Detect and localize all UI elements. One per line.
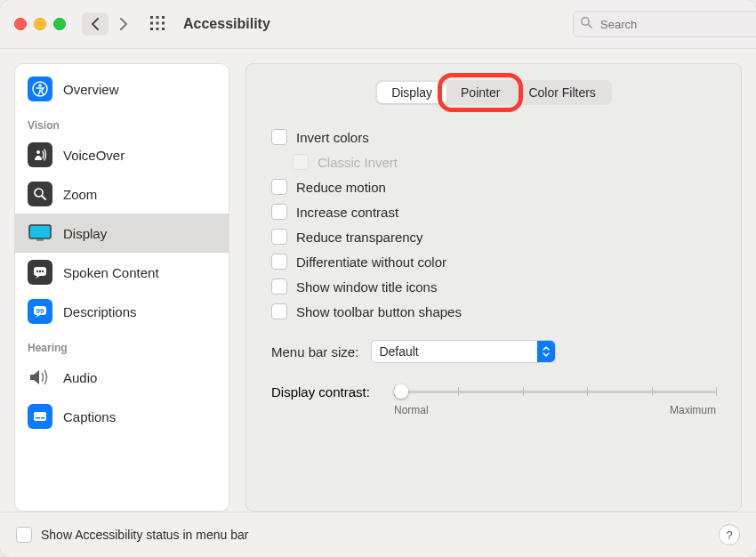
sidebar-item-label: VoiceOver	[63, 148, 125, 163]
segmented-control: Display Pointer Color Filters	[375, 80, 612, 105]
tab-display[interactable]: Display	[377, 82, 446, 103]
settings-panel: Display Pointer Color Filters Invert col…	[245, 63, 742, 512]
checkbox-differentiate-without-color[interactable]: Differentiate without color	[271, 249, 716, 274]
checkbox-classic-invert: Classic Invert	[271, 149, 716, 174]
nav-buttons	[82, 12, 137, 36]
zoom-icon	[28, 182, 52, 206]
checkbox-invert-colors[interactable]: Invert colors	[271, 125, 716, 149]
chevron-left-icon	[91, 18, 100, 30]
display-icon	[28, 221, 52, 246]
overview-icon	[28, 77, 52, 101]
svg-rect-8	[162, 28, 165, 30]
voiceover-icon	[28, 142, 52, 167]
svg-point-21	[42, 270, 44, 272]
svg-rect-6	[150, 28, 153, 30]
back-button[interactable]	[82, 12, 109, 36]
checkbox-reduce-transparency[interactable]: Reduce transparency	[271, 224, 716, 249]
tab-color-filters[interactable]: Color Filters	[514, 82, 609, 103]
contrast-min-label: Normal	[394, 404, 429, 416]
svg-rect-2	[162, 16, 165, 19]
close-window-button[interactable]	[14, 18, 27, 30]
sidebar-item-display[interactable]: Display	[15, 214, 229, 253]
svg-rect-25	[36, 417, 40, 419]
svg-rect-3	[150, 22, 153, 25]
svg-rect-26	[41, 417, 44, 419]
accessibility-preferences-window: Accessibility Overview Vision VoiceOver	[0, 0, 756, 557]
grid-icon	[149, 15, 165, 31]
sidebar-item-spoken-content[interactable]: Spoken Content	[15, 253, 229, 292]
forward-button[interactable]	[110, 12, 137, 36]
footer: Show Accessibility status in menu bar ?	[0, 512, 756, 557]
svg-point-20	[39, 270, 41, 272]
menu-bar-size-label: Menu bar size:	[271, 344, 358, 359]
select-stepper-icon	[537, 341, 555, 362]
svg-text:99: 99	[36, 307, 44, 315]
checkbox-reduce-motion[interactable]: Reduce motion	[271, 174, 716, 199]
search-input[interactable]	[573, 11, 756, 37]
svg-rect-5	[162, 22, 165, 25]
sidebar[interactable]: Overview Vision VoiceOver Zoom Displa	[14, 63, 229, 512]
sidebar-item-voiceover[interactable]: VoiceOver	[15, 135, 229, 174]
show-all-button[interactable]	[149, 15, 167, 33]
svg-rect-1	[157, 16, 159, 19]
sidebar-item-label: Captions	[63, 409, 116, 424]
svg-rect-4	[157, 22, 159, 25]
window-controls	[14, 18, 66, 30]
svg-rect-24	[34, 412, 46, 421]
menu-bar-size-row: Menu bar size: Default	[271, 340, 716, 363]
checkbox-show-status-menubar[interactable]: Show Accessibility status in menu bar	[16, 522, 248, 547]
svg-rect-7	[157, 28, 159, 30]
svg-point-13	[36, 150, 40, 154]
display-contrast-slider[interactable]	[394, 383, 716, 400]
window-body: Overview Vision VoiceOver Zoom Displa	[0, 49, 756, 512]
search-icon	[580, 16, 592, 28]
sidebar-item-label: Descriptions	[63, 304, 137, 319]
sidebar-item-captions[interactable]: Captions	[15, 397, 229, 436]
svg-rect-17	[36, 239, 44, 241]
svg-rect-16	[29, 225, 51, 238]
descriptions-icon: 99	[28, 299, 52, 324]
checkbox-show-toolbar-button-shapes[interactable]: Show toolbar button shapes	[271, 299, 716, 324]
sidebar-item-audio[interactable]: Audio	[15, 358, 229, 397]
sidebar-item-zoom[interactable]: Zoom	[15, 174, 229, 214]
menu-bar-size-select[interactable]: Default	[371, 340, 556, 363]
tab-pointer[interactable]: Pointer	[446, 82, 514, 103]
display-contrast-label: Display contrast:	[271, 384, 383, 400]
sidebar-item-label: Display	[63, 226, 107, 241]
menu-bar-size-value: Default	[379, 344, 418, 359]
sidebar-heading-hearing: Hearing	[15, 331, 229, 358]
sidebar-item-overview[interactable]: Overview	[15, 69, 229, 109]
display-contrast-row: Display contrast: No	[271, 383, 716, 416]
sidebar-item-descriptions[interactable]: 99 Descriptions	[15, 292, 229, 331]
zoom-window-button[interactable]	[53, 18, 66, 30]
minimize-window-button[interactable]	[34, 18, 46, 30]
sidebar-item-label: Spoken Content	[63, 265, 159, 280]
content-area: Display Pointer Color Filters Invert col…	[245, 63, 742, 512]
window-title: Accessibility	[183, 16, 270, 32]
tab-bar: Display Pointer Color Filters	[271, 80, 716, 105]
svg-point-19	[36, 270, 38, 272]
sidebar-item-label: Zoom	[63, 187, 97, 202]
sidebar-item-label: Audio	[63, 370, 97, 385]
captions-icon	[28, 404, 52, 429]
audio-icon	[28, 365, 52, 390]
slider-knob[interactable]	[394, 384, 408, 399]
chevron-right-icon	[119, 18, 128, 30]
svg-line-15	[42, 196, 45, 199]
checkbox-increase-contrast[interactable]: Increase contrast	[271, 199, 716, 224]
spoken-content-icon	[28, 260, 52, 285]
svg-point-12	[38, 84, 42, 87]
svg-rect-0	[150, 16, 153, 19]
sidebar-heading-vision: Vision	[15, 109, 229, 135]
search-field-wrapper	[573, 11, 742, 37]
sidebar-item-label: Overview	[63, 82, 119, 97]
checkbox-show-window-title-icons[interactable]: Show window title icons	[271, 274, 716, 299]
titlebar: Accessibility	[0, 0, 756, 49]
svg-line-10	[588, 24, 591, 28]
contrast-max-label: Maximum	[670, 404, 716, 416]
help-button[interactable]: ?	[719, 524, 740, 545]
